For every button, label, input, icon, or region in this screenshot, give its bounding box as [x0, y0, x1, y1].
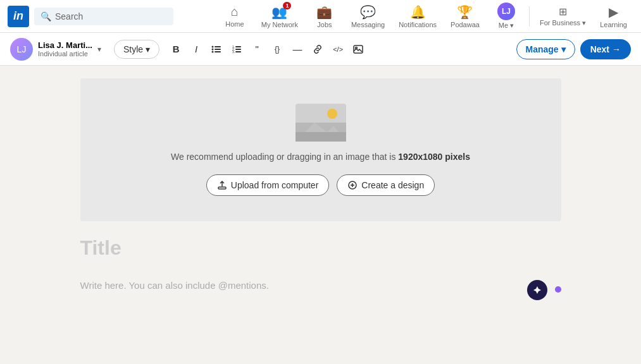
article-title-area[interactable]: Title: [80, 236, 561, 280]
svg-point-0: [212, 46, 214, 47]
messaging-icon: 💬: [360, 4, 376, 20]
linkedin-logo[interactable]: in: [8, 6, 29, 27]
for-business-icon: ⊞: [559, 6, 567, 18]
svg-point-4: [212, 51, 214, 52]
cover-hint-size: 1920x1080 pixels: [398, 152, 470, 162]
italic-button[interactable]: I: [187, 40, 205, 58]
link-button[interactable]: [309, 40, 327, 58]
svg-rect-19: [218, 187, 226, 189]
messaging-label: Messaging: [351, 21, 385, 28]
style-label: Style: [123, 44, 143, 54]
nav-divider: [529, 6, 530, 27]
cover-hint: We recommend uploading or dragging in an…: [171, 152, 470, 162]
svg-marker-21: [533, 286, 541, 294]
editor-toolbar: LJ Lisa J. Marti... Individual article ▾…: [0, 33, 641, 66]
user-info: LJ Lisa J. Marti... Individual article ▾: [10, 38, 101, 61]
me-label: Me ▾: [499, 21, 514, 30]
separator-button[interactable]: —: [289, 40, 306, 58]
nav-me[interactable]: LJ Me ▾: [487, 0, 525, 33]
cover-image-area[interactable]: We recommend uploading or dragging in an…: [80, 78, 561, 221]
user-avatar: LJ: [10, 38, 33, 61]
embed-button[interactable]: </>: [329, 40, 347, 58]
my-network-icon: 👥1: [271, 4, 287, 20]
notifications-label: Notifications: [399, 21, 437, 28]
top-navbar: in 🔍 Search ⌂ Home 👥1 My Network 💼 Jobs …: [0, 0, 641, 33]
ai-assistant-badge[interactable]: [527, 280, 547, 300]
upload-from-computer-button[interactable]: Upload from computer: [206, 174, 330, 196]
style-chevron-icon: ▾: [146, 44, 150, 54]
upload-icon: [217, 180, 227, 190]
user-chevron-icon[interactable]: ▾: [97, 45, 101, 54]
article-body-area: Write here. You can also include @mentio…: [80, 280, 561, 300]
next-arrow-icon: →: [612, 44, 621, 54]
user-details: Lisa J. Marti... Individual article: [38, 40, 92, 58]
toolbar-actions: Manage ▾ Next →: [516, 39, 631, 59]
next-button[interactable]: Next →: [580, 39, 631, 59]
svg-rect-3: [215, 49, 221, 50]
cover-placeholder-icon: [296, 104, 346, 142]
quote-button[interactable]: ": [248, 40, 266, 58]
jobs-icon: 💼: [316, 4, 332, 20]
manage-button[interactable]: Manage ▾: [516, 39, 575, 59]
notifications-icon: 🔔: [410, 4, 426, 20]
article-title-placeholder[interactable]: Title: [80, 236, 561, 265]
nav-my-network[interactable]: 👥1 My Network: [255, 1, 304, 32]
svg-point-2: [212, 48, 214, 50]
svg-rect-11: [235, 51, 241, 52]
learning-label: Learning: [600, 21, 627, 28]
learning-icon: ▶: [609, 4, 618, 20]
search-icon: 🔍: [40, 11, 51, 21]
nav-jobs[interactable]: 💼 Jobs: [306, 1, 344, 32]
nav-learning[interactable]: ▶ Learning: [594, 1, 633, 32]
jobs-label: Jobs: [317, 21, 332, 28]
dot-indicator: [555, 286, 561, 293]
my-network-label: My Network: [261, 21, 298, 28]
nav-items: ⌂ Home 👥1 My Network 💼 Jobs 💬 Messaging …: [216, 0, 633, 33]
svg-rect-18: [296, 132, 346, 142]
me-avatar: LJ: [497, 3, 515, 20]
svg-rect-9: [235, 49, 241, 50]
bullet-list-button[interactable]: [208, 40, 225, 58]
podawaa-icon: 🏆: [457, 4, 473, 20]
search-bar[interactable]: 🔍 Search: [34, 8, 173, 25]
svg-point-17: [327, 109, 337, 119]
nav-home[interactable]: ⌂ Home: [216, 1, 254, 32]
cover-hint-text: We recommend uploading or dragging in an…: [171, 152, 398, 162]
for-business-label: For Business ▾: [540, 19, 586, 27]
main-content: We recommend uploading or dragging in an…: [80, 66, 561, 313]
podawaa-label: Podawaa: [451, 21, 480, 28]
manage-chevron-icon: ▾: [561, 44, 566, 54]
search-placeholder: Search: [55, 11, 83, 21]
code-button[interactable]: {}: [268, 40, 286, 58]
upload-label: Upload from computer: [231, 180, 319, 190]
home-label: Home: [225, 20, 244, 28]
nav-podawaa[interactable]: 🏆 Podawaa: [444, 1, 486, 32]
home-icon: ⌂: [231, 4, 239, 19]
manage-label: Manage: [526, 44, 559, 54]
cover-buttons: Upload from computer Create a design: [206, 174, 435, 196]
ai-icon: [532, 285, 542, 295]
svg-text:3.: 3.: [232, 50, 235, 54]
format-buttons: B I 1.2.3. " {} — </>: [167, 40, 367, 58]
user-name: Lisa J. Marti...: [38, 40, 92, 50]
nav-messaging[interactable]: 💬 Messaging: [345, 1, 391, 32]
image-button[interactable]: [349, 40, 367, 58]
nav-notifications[interactable]: 🔔 Notifications: [392, 1, 443, 32]
style-button[interactable]: Style ▾: [114, 40, 159, 59]
design-icon: [347, 180, 358, 190]
nav-for-business[interactable]: ⊞ For Business ▾: [533, 2, 592, 31]
numbered-list-button[interactable]: 1.2.3.: [228, 40, 246, 58]
svg-rect-5: [215, 51, 221, 52]
design-label: Create a design: [361, 180, 424, 190]
next-label: Next: [590, 44, 609, 54]
svg-rect-1: [215, 46, 221, 47]
user-role: Individual article: [38, 50, 92, 58]
my-network-badge: 1: [283, 2, 291, 9]
article-body-placeholder[interactable]: Write here. You can also include @mentio…: [80, 280, 520, 291]
bold-button[interactable]: B: [167, 40, 185, 58]
svg-rect-7: [235, 46, 241, 47]
create-design-button[interactable]: Create a design: [337, 174, 435, 196]
